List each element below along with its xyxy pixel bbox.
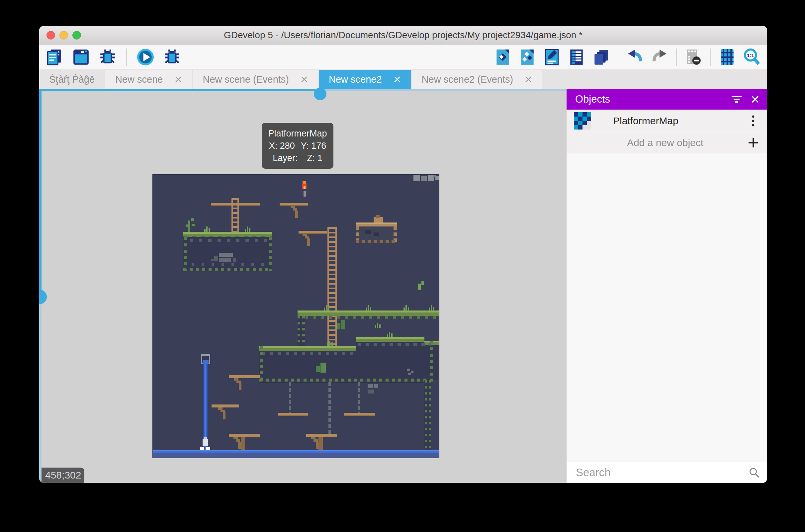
tab-label: New scene [115,74,163,85]
filter-icon [731,95,743,103]
object-menu-button[interactable] [744,112,763,130]
close-tab-icon[interactable] [300,75,308,83]
add-new-object-button[interactable]: Add a new object [567,132,767,153]
project-manager-icon [45,48,63,66]
close-tab-icon[interactable] [393,75,401,83]
tab-label: New scene2 [329,74,382,85]
window-title: GDevelop 5 - /Users/florian/Documents/GD… [39,30,767,40]
add-object-label: Add a new object [567,137,744,149]
svg-text:1:1: 1:1 [747,53,754,58]
tab-new-scene[interactable]: New scene [104,70,192,89]
pane-border-left [39,296,41,483]
scene-editor-canvas[interactable]: PlatformerMap X: 280Y: 176 Layer:Z: 1 45… [41,91,566,483]
editor-tabs: Śţàŕţ Ṗàĝē New scene New scene (Events) … [39,70,767,89]
tab-label: New scene (Events) [203,74,289,85]
instance-tooltip: PlatformerMap X: 280Y: 176 Layer:Z: 1 [262,123,333,169]
search-icon [749,467,760,478]
tooltip-y: Y: 176 [301,141,326,151]
object-search-bar [567,461,767,483]
redo-button[interactable] [650,48,669,66]
undo-icon [626,48,644,66]
toolbar-separator [676,49,677,66]
toolbar-separator [618,49,618,66]
debug-preview-button[interactable] [163,48,181,66]
plus-icon-button[interactable] [744,133,763,152]
debug-icon [99,48,117,66]
gdevelop-window: GDevelop 5 - /Users/florian/Documents/GD… [39,26,767,483]
tooltip-z: Z: 1 [307,153,323,163]
objects-panel-title: Objects [575,93,727,105]
pane-border-top-active [39,89,315,91]
instances-list-icon [568,48,586,66]
properties-icon [543,48,561,66]
tooltip-layer: Layer: [273,153,298,163]
object-groups-icon [518,48,536,66]
debug-button[interactable] [98,48,117,66]
play-icon [136,48,154,66]
object-name-label: PlatformerMap [613,115,744,127]
object-groups-editor-button[interactable] [518,48,537,66]
tab-new-scene-events[interactable]: New scene (Events) [192,70,319,89]
cursor-coordinates-badge: 458;302 [40,468,84,483]
debug-icon [163,48,181,66]
filter-objects-button[interactable] [727,90,746,109]
home-button[interactable] [72,48,90,66]
pane-border-left-active [39,89,41,296]
undo-button[interactable] [626,48,644,66]
close-icon [750,95,760,104]
tab-label: Śţàŕţ Ṗàĝē [49,74,95,85]
title-bar: GDevelop 5 - /Users/florian/Documents/GD… [39,26,767,44]
active-tab-pointer [314,88,326,100]
redo-icon [651,48,669,66]
zoom-1-1-icon: 1:1 [743,48,761,66]
three-dots-menu-icon [751,115,755,127]
tab-start-page[interactable]: Śţàŕţ Ṗàĝē [39,70,104,89]
grid-icon [718,48,736,66]
objects-panel-header: Objects [567,89,767,110]
project-manager-button[interactable] [45,48,64,66]
platformer-map-instance[interactable] [152,174,439,458]
zoom-original-button[interactable]: 1:1 [743,48,761,66]
platformermap-thumbnail [574,112,591,130]
objects-panel: Objects Plat [566,89,767,483]
properties-button[interactable] [543,48,561,66]
layers-editor-button[interactable] [592,48,610,66]
close-tab-icon[interactable] [174,75,182,83]
window-mask-icon [685,48,703,66]
tab-new-scene2[interactable]: New scene2 [318,70,411,89]
pane-border-top [315,89,566,91]
toolbar-separator [710,49,711,66]
object-list-item-platformermap[interactable]: PlatformerMap [567,110,767,132]
layers-icon [592,48,610,66]
tooltip-object-name: PlatformerMap [262,128,333,140]
objects-editor-button[interactable] [494,48,512,66]
home-icon [72,48,90,66]
plus-icon [748,137,759,149]
close-panel-button[interactable] [746,90,765,109]
search-input[interactable] [575,466,749,479]
tooltip-x: X: 280 [269,141,295,151]
instances-list-button[interactable] [567,48,586,66]
window-mask-button[interactable] [684,48,703,66]
grid-button[interactable] [718,48,736,66]
close-tab-icon[interactable] [524,75,532,83]
tab-label: New scene2 (Events) [422,74,513,85]
play-preview-button[interactable] [136,48,155,66]
main-toolbar: 1:1 [39,44,767,70]
toolbar-separator [126,49,127,66]
objects-editor-icon [494,48,512,66]
tab-new-scene2-events[interactable]: New scene2 (Events) [411,70,543,89]
